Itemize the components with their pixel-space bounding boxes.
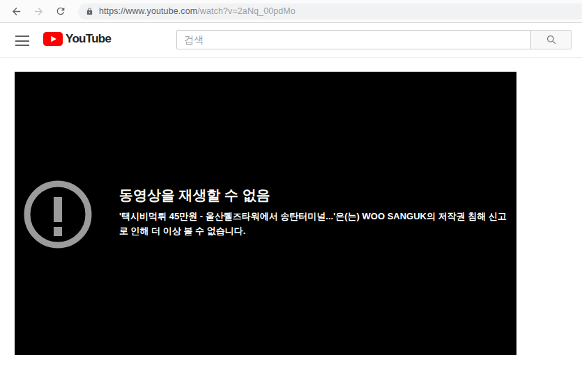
url-path: /watch?v=2aNq_00pdMo <box>197 6 296 16</box>
url-bar[interactable]: https://www.youtube.com/watch?v=2aNq_00p… <box>78 3 582 19</box>
youtube-logo[interactable]: YouTube <box>43 32 111 46</box>
youtube-play-icon <box>43 32 63 46</box>
back-arrow-icon <box>10 6 22 17</box>
player-error-text: 동영상을 재생할 수 없음 '택시비먹튀 45만원 - 울산퀠즈타워에서 송탄터… <box>119 185 514 238</box>
youtube-header: YouTube <box>0 23 582 58</box>
forward-arrow-icon <box>33 6 45 17</box>
browser-toolbar: https://www.youtube.com/watch?v=2aNq_00p… <box>0 0 582 23</box>
forward-button[interactable] <box>29 2 47 20</box>
reload-button[interactable] <box>52 2 70 20</box>
exclamation-circle-icon <box>23 180 93 249</box>
search-icon <box>546 34 557 45</box>
error-message: '택시비먹튀 45만원 - 울산퀠즈타워에서 송탄터미널...'은(는) WOO… <box>119 209 514 238</box>
back-button[interactable] <box>7 2 25 20</box>
video-player: 동영상을 재생할 수 없음 '택시비먹튀 45만원 - 울산퀠즈타워에서 송탄터… <box>15 72 516 355</box>
error-title: 동영상을 재생할 수 없음 <box>119 185 514 205</box>
url-text: https://www.youtube.com/watch?v=2aNq_00p… <box>99 6 296 16</box>
lock-icon <box>86 7 93 16</box>
url-host: https://www.youtube.com <box>99 6 197 16</box>
search-button[interactable] <box>531 30 572 49</box>
hamburger-menu-icon[interactable] <box>15 36 29 46</box>
search-input[interactable] <box>176 30 531 49</box>
youtube-wordmark: YouTube <box>66 32 111 46</box>
reload-icon <box>55 6 66 17</box>
